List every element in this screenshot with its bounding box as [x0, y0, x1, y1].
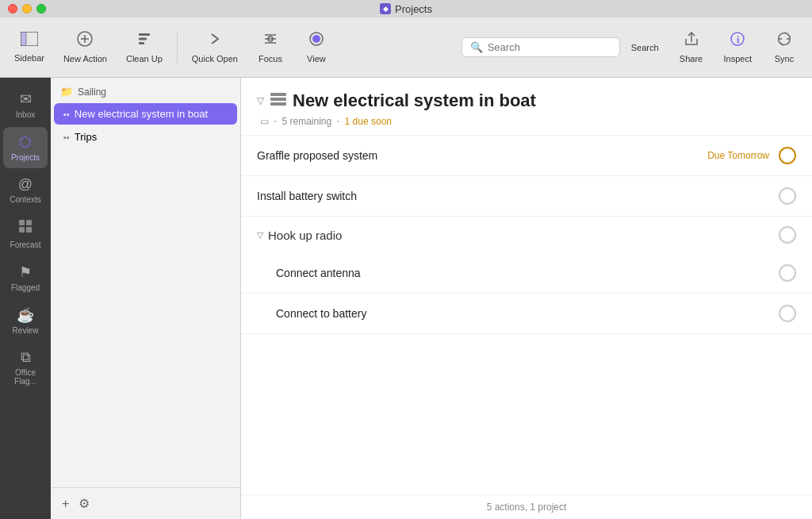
flagged-icon: ⚑: [19, 263, 32, 281]
task-text: Install battery switch: [257, 190, 769, 202]
task-item-battery-switch: Install battery switch: [241, 176, 812, 217]
sidebar-icon: [21, 32, 38, 50]
remaining-text: 5 remaining: [282, 116, 331, 127]
svg-rect-18: [19, 220, 25, 225]
folder-icon: 📁: [60, 86, 73, 98]
minimize-button[interactable]: [22, 4, 32, 13]
sidebar-item-forecast[interactable]: Forecast: [3, 212, 48, 256]
sync-button[interactable]: Sync: [763, 26, 806, 68]
svg-rect-8: [139, 42, 144, 44]
new-action-icon: [77, 31, 93, 51]
content-meta: ▭ · 5 remaining · 1 due soon: [257, 114, 796, 129]
task-text: Connect to battery: [276, 307, 769, 320]
traffic-lights: [8, 4, 46, 13]
inspect-icon: i: [730, 31, 745, 51]
forecast-icon: [17, 218, 33, 238]
office-flag-icon: ⧉: [21, 349, 31, 366]
project-group-header: 📁 Sailing: [51, 78, 240, 102]
sidebar-item-flagged[interactable]: ⚑ Flagged: [3, 257, 48, 298]
projects-icon: ⬡: [19, 133, 32, 151]
sidebar-item-projects[interactable]: ⬡ Projects: [3, 127, 48, 168]
task-checkbox-graffle[interactable]: [779, 147, 796, 164]
project-list-footer: + ⚙: [51, 487, 240, 519]
contexts-icon: @: [18, 176, 33, 193]
share-icon: [684, 31, 699, 51]
project-item-new-electrical[interactable]: ▪▪ New electrical system in boat: [54, 103, 237, 125]
svg-rect-20: [19, 227, 25, 233]
focus-icon: [262, 31, 278, 51]
svg-rect-22: [270, 93, 286, 96]
project-icon-2: ▪▪: [63, 133, 70, 142]
sidebar-item-contexts[interactable]: @ Contexts: [3, 170, 48, 210]
review-icon: ☕: [17, 306, 34, 324]
svg-text:i: i: [737, 34, 740, 45]
inbox-icon: ✉: [20, 90, 32, 108]
svg-rect-7: [139, 38, 147, 40]
group-collapse-icon: ▽: [257, 230, 263, 240]
titlebar: ◆ Projects: [0, 0, 812, 17]
quick-open-button[interactable]: Quick Open: [184, 26, 246, 68]
task-item-graffle: Graffle proposed system Due Tomorrow: [241, 136, 812, 176]
svg-rect-21: [26, 227, 32, 233]
view-icon: [308, 31, 324, 51]
sidebar-toggle-button[interactable]: Sidebar: [6, 27, 52, 67]
sidebar-item-inbox[interactable]: ✉ Inbox: [3, 84, 48, 125]
clean-up-icon: [136, 31, 152, 51]
view-button[interactable]: View: [295, 26, 338, 68]
project-title: New electrical system in boat: [293, 90, 536, 111]
task-list: Graffle proposed system Due Tomorrow Ins…: [241, 136, 812, 494]
sidebar-item-review[interactable]: ☕ Review: [3, 300, 48, 341]
search-button[interactable]: Search: [623, 38, 667, 57]
due-label: Due Tomorrow: [707, 150, 769, 161]
task-checkbox-connect-antenna[interactable]: [779, 264, 796, 282]
search-input[interactable]: [488, 41, 599, 53]
project-type-icon: [270, 93, 286, 109]
content-area: ▽ New electrical system in boat ▭ · 5 re…: [241, 78, 812, 519]
close-button[interactable]: [8, 4, 17, 13]
new-action-button[interactable]: New Action: [56, 26, 115, 68]
settings-button[interactable]: ⚙: [77, 494, 91, 513]
task-item-connect-antenna: Connect antenna: [241, 253, 812, 294]
svg-rect-0: [21, 32, 26, 46]
app-icon: ◆: [380, 3, 391, 14]
sidebar: ✉ Inbox ⬡ Projects @ Contexts Forecast ⚑: [0, 78, 51, 519]
task-item-connect-battery: Connect to battery: [241, 294, 812, 334]
add-project-button[interactable]: +: [60, 494, 71, 513]
task-checkbox-group[interactable]: [779, 226, 796, 244]
svg-rect-6: [139, 33, 150, 36]
svg-rect-24: [270, 102, 286, 106]
inspect-button[interactable]: i Inspect: [716, 26, 760, 68]
search-bar[interactable]: 🔍: [462, 37, 620, 57]
toolbar: Sidebar New Action Clean Up Qu: [0, 17, 812, 78]
window-title: ◆ Projects: [380, 3, 432, 15]
focus-button[interactable]: Focus: [249, 26, 292, 68]
sidebar-item-office-flag[interactable]: ⧉ Office Flag...: [3, 343, 48, 392]
content-footer: 5 actions, 1 project: [241, 494, 812, 519]
svg-rect-23: [270, 98, 286, 101]
share-button[interactable]: Share: [670, 26, 713, 68]
project-item-trips[interactable]: ▪▪ Trips: [54, 126, 237, 148]
maximize-button[interactable]: [36, 4, 46, 13]
clean-up-button[interactable]: Clean Up: [118, 26, 170, 68]
task-text: Graffle proposed system: [257, 149, 698, 162]
footer-status-text: 5 actions, 1 project: [487, 502, 567, 513]
project-icon: ▪▪: [63, 110, 70, 119]
content-header: ▽ New electrical system in boat ▭ · 5 re…: [241, 78, 812, 136]
toolbar-separator-1: [177, 32, 178, 63]
task-checkbox-battery-switch[interactable]: [779, 187, 796, 205]
svg-point-13: [312, 35, 320, 43]
due-soon-badge: 1 due soon: [345, 116, 392, 127]
svg-rect-19: [26, 220, 32, 225]
sync-icon: [776, 31, 792, 51]
group-title: Hook up radio: [268, 229, 342, 242]
search-icon: 🔍: [470, 41, 483, 53]
task-text: Connect antenna: [276, 267, 769, 279]
collapse-icon[interactable]: ▽: [257, 95, 264, 106]
quick-open-icon: [207, 31, 223, 51]
task-checkbox-connect-battery[interactable]: [779, 305, 796, 322]
meta-icon: ▭: [260, 116, 269, 127]
task-group-hook-up-radio[interactable]: ▽ Hook up radio: [241, 217, 812, 253]
project-list: 📁 Sailing ▪▪ New electrical system in bo…: [51, 78, 241, 519]
content-title-row: ▽ New electrical system in boat: [257, 90, 796, 111]
main-layout: ✉ Inbox ⬡ Projects @ Contexts Forecast ⚑: [0, 78, 812, 519]
